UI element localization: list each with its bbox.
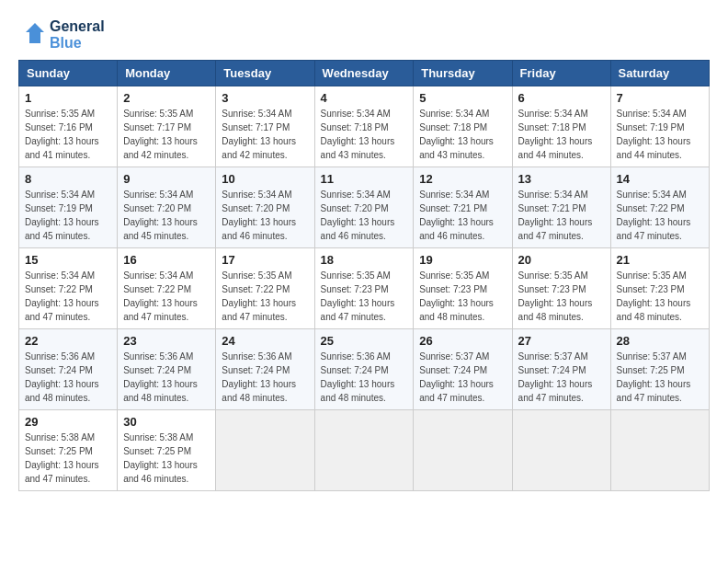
day-info: Sunrise: 5:37 AMSunset: 7:24 PMDaylight:… — [419, 351, 494, 403]
day-number: 17 — [222, 253, 308, 267]
calendar-cell: 9 Sunrise: 5:34 AMSunset: 7:20 PMDayligh… — [118, 167, 216, 248]
day-info: Sunrise: 5:34 AMSunset: 7:20 PMDaylight:… — [222, 190, 296, 241]
calendar-cell: 4 Sunrise: 5:34 AMSunset: 7:18 PMDayligh… — [314, 86, 414, 167]
day-info: Sunrise: 5:34 AMSunset: 7:18 PMDaylight:… — [419, 109, 494, 160]
calendar-cell: 18 Sunrise: 5:35 AMSunset: 7:23 PMDaylig… — [314, 248, 414, 329]
calendar-cell: 14 Sunrise: 5:34 AMSunset: 7:22 PMDaylig… — [610, 167, 709, 248]
calendar-cell: 27 Sunrise: 5:37 AMSunset: 7:24 PMDaylig… — [512, 329, 610, 410]
day-info: Sunrise: 5:34 AMSunset: 7:19 PMDaylight:… — [25, 190, 99, 241]
day-info: Sunrise: 5:34 AMSunset: 7:20 PMDaylight:… — [321, 190, 395, 241]
week-row-3: 15 Sunrise: 5:34 AMSunset: 7:22 PMDaylig… — [19, 248, 710, 329]
day-info: Sunrise: 5:34 AMSunset: 7:17 PMDaylight:… — [222, 109, 296, 160]
calendar-cell: 17 Sunrise: 5:35 AMSunset: 7:22 PMDaylig… — [216, 248, 314, 329]
logo-line1: General — [50, 18, 105, 35]
weekday-header-thursday: Thursday — [414, 61, 512, 86]
day-info: Sunrise: 5:34 AMSunset: 7:18 PMDaylight:… — [321, 109, 395, 160]
day-info: Sunrise: 5:35 AMSunset: 7:17 PMDaylight:… — [123, 109, 198, 160]
day-info: Sunrise: 5:34 AMSunset: 7:20 PMDaylight:… — [123, 190, 198, 241]
day-number: 12 — [419, 172, 506, 186]
day-number: 6 — [518, 91, 605, 105]
calendar-cell: 12 Sunrise: 5:34 AMSunset: 7:21 PMDaylig… — [414, 167, 512, 248]
day-info: Sunrise: 5:37 AMSunset: 7:24 PMDaylight:… — [518, 351, 593, 403]
weekday-header-wednesday: Wednesday — [314, 61, 414, 86]
weekday-header-monday: Monday — [118, 61, 216, 86]
day-number: 4 — [321, 91, 408, 105]
day-number: 8 — [25, 172, 111, 186]
day-info: Sunrise: 5:34 AMSunset: 7:18 PMDaylight:… — [518, 109, 593, 160]
logo-icon — [18, 21, 46, 49]
day-number: 25 — [321, 334, 408, 348]
day-number: 10 — [222, 172, 308, 186]
day-number: 15 — [25, 253, 111, 267]
day-number: 13 — [518, 172, 605, 186]
day-info: Sunrise: 5:34 AMSunset: 7:21 PMDaylight:… — [419, 190, 494, 241]
calendar-cell: 10 Sunrise: 5:34 AMSunset: 7:20 PMDaylig… — [216, 167, 314, 248]
day-number: 1 — [25, 91, 111, 105]
day-number: 30 — [123, 415, 210, 429]
weekday-header-saturday: Saturday — [610, 61, 709, 86]
week-row-1: 1 Sunrise: 5:35 AMSunset: 7:16 PMDayligh… — [19, 86, 710, 167]
calendar-cell: 29 Sunrise: 5:38 AMSunset: 7:25 PMDaylig… — [19, 410, 118, 491]
day-info: Sunrise: 5:34 AMSunset: 7:22 PMDaylight:… — [25, 270, 99, 322]
weekday-header-sunday: Sunday — [19, 61, 118, 86]
day-number: 3 — [222, 91, 308, 105]
weekday-header-row: SundayMondayTuesdayWednesdayThursdayFrid… — [19, 61, 710, 86]
calendar-cell: 21 Sunrise: 5:35 AMSunset: 7:23 PMDaylig… — [610, 248, 709, 329]
day-number: 20 — [518, 253, 605, 267]
day-number: 21 — [617, 253, 703, 267]
day-info: Sunrise: 5:35 AMSunset: 7:23 PMDaylight:… — [321, 270, 395, 322]
calendar-cell: 2 Sunrise: 5:35 AMSunset: 7:17 PMDayligh… — [118, 86, 216, 167]
week-row-5: 29 Sunrise: 5:38 AMSunset: 7:25 PMDaylig… — [19, 410, 710, 491]
calendar-cell — [314, 410, 414, 491]
calendar-cell: 8 Sunrise: 5:34 AMSunset: 7:19 PMDayligh… — [19, 167, 118, 248]
day-info: Sunrise: 5:38 AMSunset: 7:25 PMDaylight:… — [25, 432, 99, 484]
day-number: 22 — [25, 334, 111, 348]
calendar-cell: 15 Sunrise: 5:34 AMSunset: 7:22 PMDaylig… — [19, 248, 118, 329]
calendar-cell: 11 Sunrise: 5:34 AMSunset: 7:20 PMDaylig… — [314, 167, 414, 248]
day-info: Sunrise: 5:34 AMSunset: 7:22 PMDaylight:… — [123, 270, 198, 322]
weekday-header-friday: Friday — [512, 61, 610, 86]
logo-text-block: General Blue — [18, 18, 105, 51]
header: General Blue — [18, 18, 710, 51]
weekday-header-tuesday: Tuesday — [216, 61, 314, 86]
day-number: 7 — [617, 91, 703, 105]
day-info: Sunrise: 5:35 AMSunset: 7:16 PMDaylight:… — [25, 109, 99, 160]
calendar-cell — [414, 410, 512, 491]
day-info: Sunrise: 5:35 AMSunset: 7:23 PMDaylight:… — [419, 270, 494, 322]
day-info: Sunrise: 5:38 AMSunset: 7:25 PMDaylight:… — [123, 432, 198, 484]
calendar-cell: 6 Sunrise: 5:34 AMSunset: 7:18 PMDayligh… — [512, 86, 610, 167]
week-row-2: 8 Sunrise: 5:34 AMSunset: 7:19 PMDayligh… — [19, 167, 710, 248]
day-info: Sunrise: 5:36 AMSunset: 7:24 PMDaylight:… — [25, 351, 99, 403]
day-info: Sunrise: 5:34 AMSunset: 7:19 PMDaylight:… — [617, 109, 691, 160]
calendar-cell: 1 Sunrise: 5:35 AMSunset: 7:16 PMDayligh… — [19, 86, 118, 167]
calendar-cell: 23 Sunrise: 5:36 AMSunset: 7:24 PMDaylig… — [118, 329, 216, 410]
calendar-cell: 3 Sunrise: 5:34 AMSunset: 7:17 PMDayligh… — [216, 86, 314, 167]
week-row-4: 22 Sunrise: 5:36 AMSunset: 7:24 PMDaylig… — [19, 329, 710, 410]
calendar-cell: 13 Sunrise: 5:34 AMSunset: 7:21 PMDaylig… — [512, 167, 610, 248]
day-number: 2 — [123, 91, 210, 105]
day-info: Sunrise: 5:36 AMSunset: 7:24 PMDaylight:… — [222, 351, 296, 403]
day-number: 26 — [419, 334, 506, 348]
calendar-cell — [610, 410, 709, 491]
day-info: Sunrise: 5:36 AMSunset: 7:24 PMDaylight:… — [123, 351, 198, 403]
calendar-cell — [512, 410, 610, 491]
calendar-cell: 30 Sunrise: 5:38 AMSunset: 7:25 PMDaylig… — [118, 410, 216, 491]
day-number: 23 — [123, 334, 210, 348]
day-number: 28 — [617, 334, 703, 348]
calendar-cell: 16 Sunrise: 5:34 AMSunset: 7:22 PMDaylig… — [118, 248, 216, 329]
calendar-cell: 28 Sunrise: 5:37 AMSunset: 7:25 PMDaylig… — [610, 329, 709, 410]
calendar-cell: 19 Sunrise: 5:35 AMSunset: 7:23 PMDaylig… — [414, 248, 512, 329]
day-number: 5 — [419, 91, 506, 105]
calendar-cell: 7 Sunrise: 5:34 AMSunset: 7:19 PMDayligh… — [610, 86, 709, 167]
calendar-cell: 20 Sunrise: 5:35 AMSunset: 7:23 PMDaylig… — [512, 248, 610, 329]
calendar-cell: 24 Sunrise: 5:36 AMSunset: 7:24 PMDaylig… — [216, 329, 314, 410]
day-number: 16 — [123, 253, 210, 267]
day-number: 14 — [617, 172, 703, 186]
svg-marker-0 — [26, 23, 44, 43]
logo: General Blue — [18, 18, 105, 51]
calendar-cell: 26 Sunrise: 5:37 AMSunset: 7:24 PMDaylig… — [414, 329, 512, 410]
day-number: 19 — [419, 253, 506, 267]
day-info: Sunrise: 5:34 AMSunset: 7:22 PMDaylight:… — [617, 190, 691, 241]
day-number: 9 — [123, 172, 210, 186]
day-number: 27 — [518, 334, 605, 348]
